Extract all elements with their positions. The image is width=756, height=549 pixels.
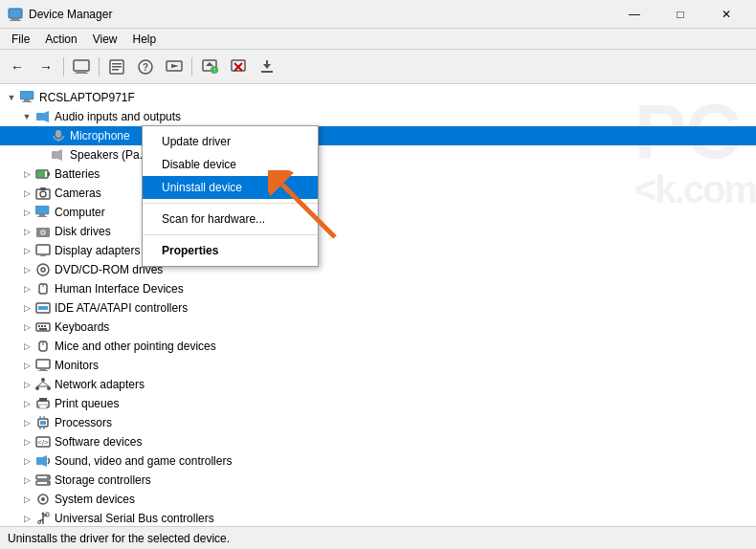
uninstall-button[interactable]: [225, 54, 252, 80]
svg-rect-91: [46, 513, 49, 516]
audio-icon: [34, 108, 52, 125]
expander-disk: ▷: [19, 224, 34, 239]
tree-microphone[interactable]: ▷ Microphone: [0, 126, 756, 145]
tree-computer[interactable]: ▷ Computer: [0, 203, 756, 222]
tree-print[interactable]: ▷ Print queues: [0, 394, 756, 413]
svg-point-87: [41, 497, 45, 501]
svg-rect-55: [41, 325, 43, 327]
print-label: Print queues: [55, 397, 119, 410]
print-icon: [34, 395, 52, 412]
properties-button[interactable]: [103, 54, 130, 80]
svg-rect-25: [24, 99, 30, 101]
mic-icon: [50, 127, 67, 144]
svg-marker-32: [57, 149, 62, 161]
svg-rect-7: [112, 63, 122, 65]
device-tree[interactable]: PC <k.com ▼ RCSLAPTOP971F ▼: [0, 84, 756, 526]
download-button[interactable]: [254, 54, 280, 80]
tree-cameras[interactable]: ▷ Cameras: [0, 184, 756, 203]
svg-rect-0: [9, 9, 22, 18]
separator-3: [191, 57, 192, 77]
context-update-driver[interactable]: Update driver: [143, 130, 318, 153]
svg-marker-13: [171, 64, 179, 68]
svg-rect-26: [22, 101, 32, 102]
tree-disk[interactable]: ▷ Disk drives: [0, 222, 756, 241]
menu-view[interactable]: View: [85, 31, 125, 48]
tree-storage[interactable]: ▷ Storage controllers: [0, 471, 756, 490]
tree-dvd[interactable]: ▷ DVD/CD-ROM drives: [0, 260, 756, 279]
maximize-button[interactable]: □: [658, 0, 702, 29]
mice-label: Mice and other pointing devices: [55, 340, 216, 353]
usb-icon: [34, 510, 52, 526]
tree-monitors[interactable]: ▷ Monitors: [0, 356, 756, 375]
svg-rect-71: [39, 405, 47, 408]
tree-usb[interactable]: ▷ Universal Serial Bus controllers: [0, 509, 756, 526]
svg-rect-18: [232, 60, 245, 71]
expander-system: ▷: [19, 492, 34, 507]
expander-processors: ▷: [19, 415, 34, 430]
title-bar: Device Manager — □ ✕: [0, 0, 756, 29]
svg-text:</>: </>: [37, 438, 49, 447]
close-button[interactable]: ✕: [704, 0, 748, 29]
tree-system[interactable]: ▷ System devices: [0, 490, 756, 509]
computer-button[interactable]: [68, 54, 95, 80]
tree-batteries[interactable]: ▷ Batteries: [0, 165, 756, 184]
tree-hid[interactable]: ▷ Human Interface Devices: [0, 279, 756, 298]
tree-display[interactable]: ▷ Display adapters: [0, 241, 756, 260]
status-text: Uninstalls the driver for the selected d…: [8, 532, 230, 545]
svg-rect-41: [37, 216, 47, 217]
tree-mice[interactable]: ▷ Mice and other pointing devices: [0, 337, 756, 356]
svg-rect-62: [38, 370, 48, 371]
display-button[interactable]: [161, 54, 188, 80]
toolbar: ← → ? ↑: [0, 50, 756, 84]
expander-software: ▷: [19, 434, 34, 450]
context-properties[interactable]: Properties: [143, 239, 318, 262]
minimize-button[interactable]: —: [612, 0, 656, 29]
processors-label: Processors: [55, 416, 112, 429]
tree-ide[interactable]: ▷ IDE ATA/ATAPI controllers: [0, 298, 756, 318]
context-uninstall-device[interactable]: Uninstall device: [143, 176, 318, 199]
expander-display: ▷: [19, 243, 34, 258]
tree-sound[interactable]: ▷ Sound, video and game controllers: [0, 451, 756, 471]
tree-network[interactable]: ▷ Network adapters: [0, 375, 756, 394]
svg-rect-24: [20, 91, 33, 99]
processors-icon: [34, 414, 52, 431]
separator-1: [63, 57, 64, 77]
display-label: Display adapters: [55, 244, 140, 257]
context-scan-hardware[interactable]: Scan for hardware...: [143, 208, 318, 231]
cameras-label: Cameras: [55, 187, 101, 200]
help-button[interactable]: ?: [132, 54, 159, 80]
menu-file[interactable]: File: [4, 31, 37, 48]
update-driver-button[interactable]: ↑: [196, 54, 223, 80]
svg-line-66: [37, 382, 43, 386]
tree-audio-inputs[interactable]: ▼ Audio inputs and outputs: [0, 107, 756, 126]
svg-rect-23: [261, 71, 273, 73]
tree-software[interactable]: ▷ </> Software devices: [0, 432, 756, 451]
svg-rect-34: [48, 172, 50, 176]
tree-processors[interactable]: ▷ Processors: [0, 413, 756, 432]
network-label: Network adapters: [55, 378, 145, 391]
svg-point-92: [38, 521, 41, 524]
svg-rect-4: [77, 71, 86, 73]
disk-label: Disk drives: [55, 225, 111, 238]
svg-rect-3: [74, 60, 89, 71]
expander-dvd: ▷: [19, 262, 34, 277]
svg-rect-80: [36, 457, 42, 465]
context-disable-device[interactable]: Disable device: [143, 153, 318, 176]
svg-rect-5: [75, 73, 88, 74]
tree-root[interactable]: ▼ RCSLAPTOP971F: [0, 88, 756, 107]
menu-help[interactable]: Help: [125, 31, 165, 48]
tree-keyboards[interactable]: ▷ Keyboards: [0, 318, 756, 337]
svg-point-37: [40, 191, 46, 197]
expander-print: ▷: [19, 396, 34, 411]
svg-rect-56: [44, 325, 46, 327]
software-label: Software devices: [55, 435, 142, 449]
forward-button[interactable]: →: [33, 54, 59, 80]
computer-icon: [19, 89, 36, 106]
svg-rect-60: [36, 360, 50, 368]
svg-point-84: [47, 476, 49, 478]
back-button[interactable]: ←: [4, 54, 31, 80]
dvd-icon: [34, 261, 52, 278]
menu-action[interactable]: Action: [37, 31, 84, 48]
batteries-label: Batteries: [55, 167, 100, 181]
tree-speakers[interactable]: ▷ Speakers (Pa...: [0, 145, 756, 165]
